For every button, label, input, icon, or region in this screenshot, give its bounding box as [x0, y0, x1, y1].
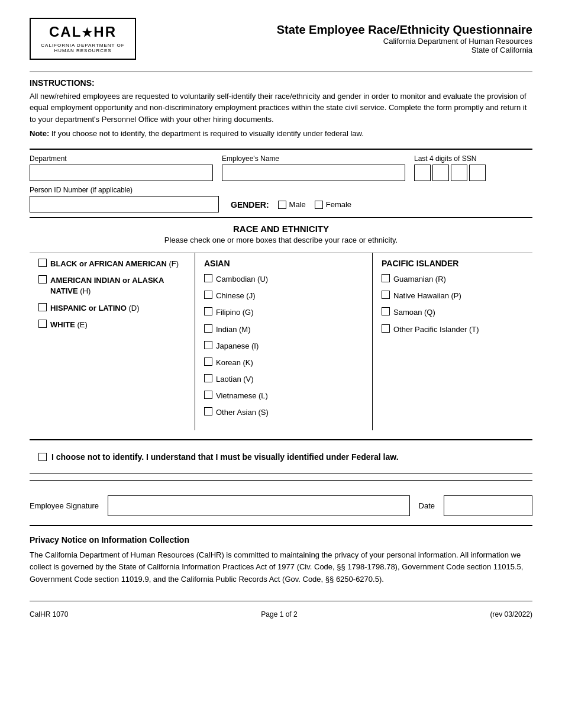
- vietnamese-label: Vietnamese (L): [216, 391, 268, 401]
- cambodian-checkbox[interactable]: [204, 274, 212, 282]
- footer: CalHR 1070 Page 1 of 2 (rev 03/2022): [30, 610, 532, 619]
- race-section: RACE AND ETHNICITY Please check one or m…: [30, 218, 532, 440]
- revision-date: (rev 03/2022): [490, 610, 532, 619]
- guamanian-checkbox[interactable]: [382, 274, 390, 282]
- native-hawaiian-checkbox[interactable]: [382, 291, 390, 299]
- laotian-checkbox[interactable]: [204, 374, 212, 382]
- race-white[interactable]: WHITE (E): [38, 320, 186, 330]
- race-right-column: PACIFIC ISLANDER Guamanian (R) Native Ha…: [373, 253, 532, 430]
- race-title: RACE AND ETHNICITY: [30, 224, 532, 234]
- ssn-field: Last 4 digits of SSN: [414, 154, 532, 181]
- note-label: Note:: [30, 129, 49, 138]
- japanese-label: Japanese (I): [216, 341, 259, 352]
- page-number: Page 1 of 2: [261, 610, 297, 619]
- employee-name-input[interactable]: [222, 165, 405, 181]
- department-field: Department: [30, 154, 222, 181]
- footer-divider: [30, 601, 532, 601]
- ssn-box-2[interactable]: [432, 165, 449, 181]
- chinese-label: Chinese (J): [216, 291, 255, 301]
- chinese-checkbox[interactable]: [204, 291, 212, 299]
- ssn-boxes: [414, 165, 532, 181]
- race-indian[interactable]: Indian (M): [204, 324, 363, 335]
- instructions-heading: INSTRUCTIONS:: [30, 78, 532, 88]
- title-area: State Employee Race/Ethnicity Questionna…: [136, 23, 532, 54]
- header-divider: [30, 72, 532, 72]
- hispanic-checkbox[interactable]: [38, 303, 47, 311]
- asian-title: ASIAN: [204, 259, 363, 268]
- other-pacific-checkbox[interactable]: [382, 324, 390, 333]
- race-hispanic[interactable]: HISPANIC or LATINO (D): [38, 303, 186, 314]
- person-id-field: Person ID Number (if applicable): [30, 186, 219, 212]
- race-guamanian[interactable]: Guamanian (R): [382, 274, 524, 285]
- male-label: Male: [289, 200, 306, 209]
- privacy-text: The California Department of Human Resou…: [30, 549, 532, 586]
- race-header: RACE AND ETHNICITY Please check one or m…: [30, 218, 532, 247]
- instructions-note: Note: If you choose not to identify, the…: [30, 128, 532, 140]
- race-other-asian[interactable]: Other Asian (S): [204, 407, 363, 418]
- hispanic-label: HISPANIC or LATINO (D): [50, 303, 139, 314]
- race-cambodian[interactable]: Cambodian (U): [204, 274, 363, 285]
- race-black[interactable]: BLACK or AFRICAN AMERICAN (F): [38, 259, 186, 269]
- ssn-box-4[interactable]: [469, 165, 486, 181]
- samoan-checkbox[interactable]: [382, 307, 390, 315]
- logo-area: CAL★HR CALIFORNIA DEPARTMENT OF HUMAN RE…: [30, 18, 136, 60]
- race-laotian[interactable]: Laotian (V): [204, 374, 363, 385]
- indian-label: Indian (M): [216, 324, 251, 335]
- black-checkbox[interactable]: [38, 259, 47, 267]
- japanese-checkbox[interactable]: [204, 341, 212, 349]
- laotian-label: Laotian (V): [216, 374, 254, 385]
- form-row-2: Person ID Number (if applicable) GENDER:…: [30, 186, 532, 212]
- female-checkbox[interactable]: [315, 201, 323, 209]
- state-line: State of California: [136, 46, 532, 54]
- person-id-input[interactable]: [30, 196, 219, 212]
- date-label: Date: [419, 501, 435, 510]
- other-pacific-label: Other Pacific Islander (T): [393, 324, 479, 335]
- no-identify-label: I choose not to identify. I understand t…: [51, 452, 399, 462]
- filipino-checkbox[interactable]: [204, 307, 212, 315]
- ssn-box-1[interactable]: [414, 165, 431, 181]
- female-label: Female: [326, 200, 351, 209]
- race-left-column: BLACK or AFRICAN AMERICAN (F) AMERICAN I…: [30, 253, 195, 430]
- race-japanese[interactable]: Japanese (I): [204, 341, 363, 352]
- privacy-section: Privacy Notice on Information Collection…: [30, 526, 532, 595]
- indian-checkbox[interactable]: [204, 324, 212, 333]
- race-samoan[interactable]: Samoan (Q): [382, 307, 524, 318]
- other-asian-label: Other Asian (S): [216, 407, 269, 418]
- korean-checkbox[interactable]: [204, 357, 212, 366]
- race-korean[interactable]: Korean (K): [204, 357, 363, 368]
- no-identify-checkbox[interactable]: [38, 453, 47, 461]
- korean-label: Korean (K): [216, 357, 253, 368]
- date-input[interactable]: [444, 495, 532, 516]
- male-option[interactable]: Male: [278, 200, 306, 209]
- instructions-body: All new/rehired employees are requested …: [30, 91, 532, 125]
- race-subtitle: Please check one or more boxes that desc…: [30, 236, 532, 244]
- filipino-label: Filipino (G): [216, 307, 254, 318]
- no-identify-text[interactable]: I choose not to identify. I understand t…: [38, 452, 524, 462]
- instructions-section: INSTRUCTIONS: All new/rehired employees …: [30, 78, 532, 140]
- signature-label: Employee Signature: [30, 501, 99, 510]
- native-hawaiian-label: Native Hawaiian (P): [393, 291, 461, 301]
- race-native-hawaiian[interactable]: Native Hawaiian (P): [382, 291, 524, 301]
- cambodian-label: Cambodian (U): [216, 274, 268, 285]
- race-american-indian[interactable]: AMERICAN INDIAN or ALASKA NATIVE (H): [38, 275, 186, 297]
- american-indian-checkbox[interactable]: [38, 275, 47, 284]
- other-asian-checkbox[interactable]: [204, 407, 212, 415]
- male-checkbox[interactable]: [278, 201, 286, 209]
- race-filipino[interactable]: Filipino (G): [204, 307, 363, 318]
- page-title: State Employee Race/Ethnicity Questionna…: [136, 23, 532, 37]
- form-number: CalHR 1070: [30, 610, 68, 619]
- ssn-box-3[interactable]: [451, 165, 467, 181]
- female-option[interactable]: Female: [315, 200, 351, 209]
- dept-line: California Department of Human Resources: [136, 37, 532, 46]
- race-chinese[interactable]: Chinese (J): [204, 291, 363, 301]
- black-label: BLACK or AFRICAN AMERICAN (F): [50, 259, 179, 269]
- signature-input[interactable]: [108, 495, 409, 516]
- white-checkbox[interactable]: [38, 320, 47, 328]
- race-other-pacific-islander[interactable]: Other Pacific Islander (T): [382, 324, 524, 335]
- person-id-label: Person ID Number (if applicable): [30, 186, 219, 194]
- vietnamese-checkbox[interactable]: [204, 391, 212, 399]
- department-input[interactable]: [30, 165, 213, 181]
- race-columns: BLACK or AFRICAN AMERICAN (F) AMERICAN I…: [30, 252, 532, 430]
- race-vietnamese[interactable]: Vietnamese (L): [204, 391, 363, 401]
- signature-section: Employee Signature Date: [30, 487, 532, 526]
